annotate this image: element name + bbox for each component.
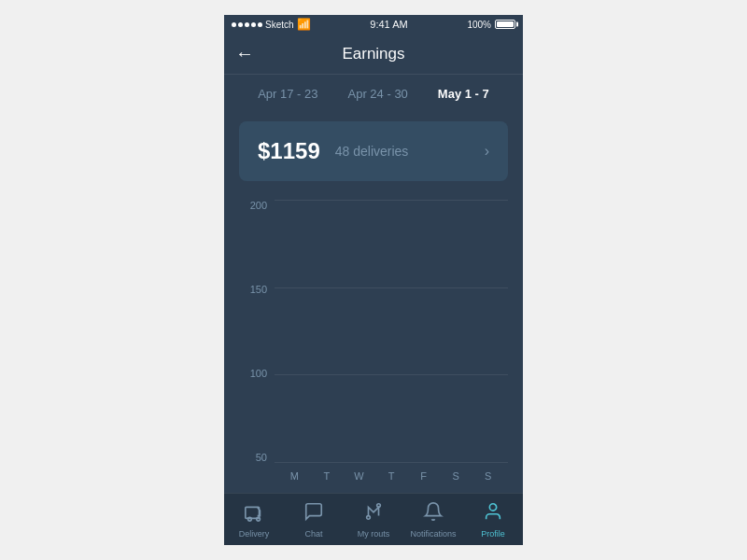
delivery-label: Delivery [239,529,270,539]
y-label-200: 200 [239,200,267,211]
svg-point-1 [248,517,252,521]
status-left: Sketch 📶 [232,18,311,31]
header: ← Earnings [224,34,523,75]
week-tab-may1[interactable]: May 1 - 7 [432,83,495,105]
signal-dots [232,22,262,27]
wifi-icon: 📶 [297,18,311,31]
chart-area: 200 150 100 50 [224,190,523,493]
chevron-right-icon: › [485,143,489,160]
earnings-amount: $1159 [258,138,320,164]
chat-label: Chat [304,529,322,539]
page-title: Earnings [342,45,404,63]
svg-point-2 [257,517,261,521]
battery-icon [495,20,515,29]
app-name-label: Sketch [265,20,294,30]
summary-left: $1159 48 deliveries [258,138,408,164]
delivery-icon [244,501,264,526]
x-label-m: M [278,470,311,482]
chart-plot: M T W T F S S [275,200,508,489]
x-label-w: W [343,470,375,482]
nav-item-notifications[interactable]: Notifications [403,501,463,539]
week-tab-apr24[interactable]: Apr 24 - 30 [343,83,414,105]
x-label-s1: S [440,470,472,482]
y-label-50: 50 [239,452,267,463]
routes-icon [363,501,384,526]
bottom-nav: Delivery Chat My routs [224,493,523,545]
profile-label: Profile [481,529,505,539]
profile-icon [483,501,503,526]
nav-item-profile[interactable]: Profile [463,501,523,539]
status-bar: Sketch 📶 9:41 AM 100% [224,15,523,34]
x-label-t1: T [311,470,344,482]
status-time: 9:41 AM [370,19,407,30]
phone-frame: Sketch 📶 9:41 AM 100% ← Earnings Apr 17 … [224,15,523,545]
x-label-f: F [407,470,440,482]
summary-card[interactable]: $1159 48 deliveries › [239,121,508,181]
routes-label: My routs [358,529,390,539]
y-label-150: 150 [239,284,267,295]
battery-fill [497,21,514,27]
svg-rect-0 [246,507,260,518]
week-tab-apr17[interactable]: Apr 17 - 23 [252,83,323,105]
week-tabs: Apr 17 - 23 Apr 24 - 30 May 1 - 7 [224,75,523,112]
notifications-label: Notifications [410,529,456,539]
chart-container: 200 150 100 50 [239,200,508,489]
bars-row [275,200,508,463]
x-label-s2: S [472,470,504,482]
x-label-t2: T [375,470,408,482]
x-axis: M T W T F S S [275,463,508,489]
chat-icon [303,501,324,526]
y-axis: 200 150 100 50 [239,200,267,489]
notifications-icon [423,501,444,526]
status-right: 100% [467,20,515,30]
back-button[interactable]: ← [235,43,254,64]
nav-item-chat[interactable]: Chat [284,501,344,539]
svg-point-5 [489,503,496,510]
deliveries-count: 48 deliveries [335,144,409,159]
nav-item-routes[interactable]: My routs [344,501,403,539]
battery-label: 100% [467,20,491,30]
nav-item-delivery[interactable]: Delivery [224,501,284,539]
y-label-100: 100 [239,368,267,379]
svg-point-3 [367,515,371,519]
